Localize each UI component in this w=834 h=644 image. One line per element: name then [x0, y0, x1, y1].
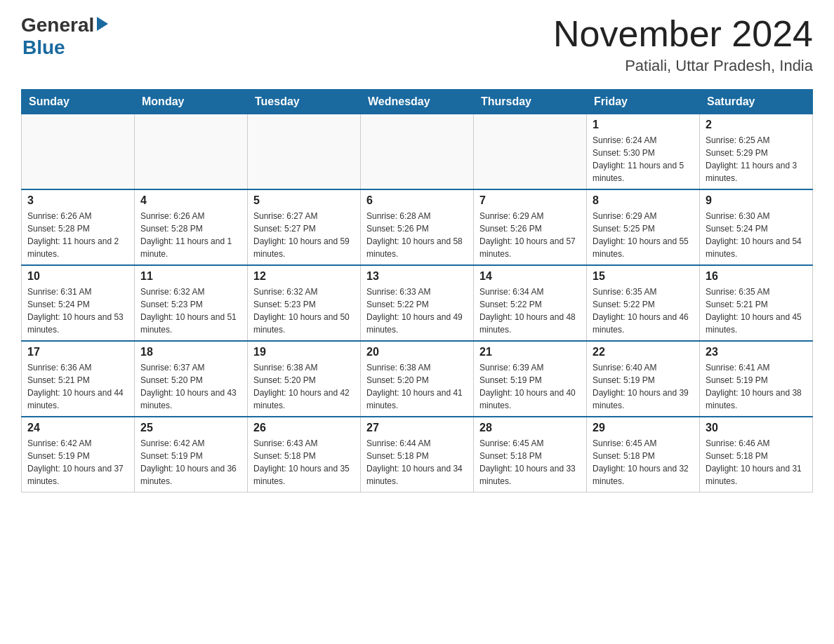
day-number: 23 — [706, 346, 807, 358]
day-info: Sunrise: 6:38 AMSunset: 5:20 PMDaylight:… — [253, 361, 355, 412]
calendar-day-cell — [248, 114, 361, 190]
day-number: 7 — [479, 194, 581, 207]
day-number: 17 — [27, 346, 128, 358]
day-info: Sunrise: 6:25 AMSunset: 5:29 PMDaylight:… — [706, 134, 807, 185]
day-number: 6 — [366, 194, 468, 207]
calendar-week-row: 3Sunrise: 6:26 AMSunset: 5:28 PMDaylight… — [22, 189, 813, 265]
day-number: 21 — [479, 346, 581, 358]
calendar-day-cell: 3Sunrise: 6:26 AMSunset: 5:28 PMDaylight… — [22, 189, 135, 265]
day-number: 13 — [366, 270, 468, 283]
calendar-day-cell: 12Sunrise: 6:32 AMSunset: 5:23 PMDayligh… — [248, 265, 361, 341]
day-info: Sunrise: 6:24 AMSunset: 5:30 PMDaylight:… — [593, 134, 694, 185]
day-info: Sunrise: 6:44 AMSunset: 5:18 PMDaylight:… — [366, 437, 468, 488]
day-number: 1 — [593, 119, 694, 131]
calendar-day-cell: 21Sunrise: 6:39 AMSunset: 5:19 PMDayligh… — [474, 341, 587, 417]
day-info: Sunrise: 6:26 AMSunset: 5:28 PMDaylight:… — [27, 210, 128, 260]
calendar-day-cell: 27Sunrise: 6:44 AMSunset: 5:18 PMDayligh… — [361, 417, 474, 492]
calendar-day-header: Tuesday — [248, 90, 361, 114]
calendar-day-cell: 26Sunrise: 6:43 AMSunset: 5:18 PMDayligh… — [248, 417, 361, 492]
location-subtitle: Patiali, Uttar Pradesh, India — [553, 57, 813, 75]
month-title: November 2024 — [553, 14, 813, 54]
calendar-day-cell: 17Sunrise: 6:36 AMSunset: 5:21 PMDayligh… — [22, 341, 135, 417]
logo-general-text: General — [21, 14, 94, 36]
calendar-week-row: 17Sunrise: 6:36 AMSunset: 5:21 PMDayligh… — [22, 341, 813, 417]
calendar-day-cell: 15Sunrise: 6:35 AMSunset: 5:22 PMDayligh… — [587, 265, 700, 341]
day-info: Sunrise: 6:45 AMSunset: 5:18 PMDaylight:… — [593, 437, 694, 488]
calendar-day-cell: 28Sunrise: 6:45 AMSunset: 5:18 PMDayligh… — [474, 417, 587, 492]
calendar-day-cell: 30Sunrise: 6:46 AMSunset: 5:18 PMDayligh… — [700, 417, 813, 492]
day-number: 24 — [27, 422, 128, 434]
day-info: Sunrise: 6:29 AMSunset: 5:26 PMDaylight:… — [479, 210, 581, 260]
day-info: Sunrise: 6:42 AMSunset: 5:19 PMDaylight:… — [27, 437, 128, 488]
day-number: 12 — [253, 270, 355, 283]
day-info: Sunrise: 6:31 AMSunset: 5:24 PMDaylight:… — [27, 286, 128, 336]
day-number: 28 — [479, 422, 581, 434]
calendar-day-cell: 5Sunrise: 6:27 AMSunset: 5:27 PMDaylight… — [248, 189, 361, 265]
calendar-day-cell: 14Sunrise: 6:34 AMSunset: 5:22 PMDayligh… — [474, 265, 587, 341]
calendar-day-cell: 22Sunrise: 6:40 AMSunset: 5:19 PMDayligh… — [587, 341, 700, 417]
day-info: Sunrise: 6:39 AMSunset: 5:19 PMDaylight:… — [479, 361, 581, 412]
logo: General Blue — [21, 14, 108, 59]
day-number: 18 — [140, 346, 241, 358]
day-number: 15 — [593, 270, 694, 283]
day-number: 16 — [706, 270, 807, 283]
day-number: 3 — [27, 194, 128, 207]
day-info: Sunrise: 6:32 AMSunset: 5:23 PMDaylight:… — [140, 286, 241, 336]
page-header: General Blue November 2024 Patiali, Utta… — [21, 14, 813, 75]
day-info: Sunrise: 6:36 AMSunset: 5:21 PMDaylight:… — [27, 361, 128, 412]
day-number: 26 — [253, 422, 355, 434]
day-number: 30 — [706, 422, 807, 434]
calendar-day-header: Saturday — [700, 90, 813, 114]
day-info: Sunrise: 6:29 AMSunset: 5:25 PMDaylight:… — [593, 210, 694, 260]
calendar-day-cell: 25Sunrise: 6:42 AMSunset: 5:19 PMDayligh… — [135, 417, 248, 492]
day-number: 29 — [593, 422, 694, 434]
calendar-day-cell: 8Sunrise: 6:29 AMSunset: 5:25 PMDaylight… — [587, 189, 700, 265]
calendar-day-cell: 7Sunrise: 6:29 AMSunset: 5:26 PMDaylight… — [474, 189, 587, 265]
day-number: 27 — [366, 422, 468, 434]
calendar-header-row: SundayMondayTuesdayWednesdayThursdayFrid… — [22, 90, 813, 114]
calendar-day-cell: 24Sunrise: 6:42 AMSunset: 5:19 PMDayligh… — [22, 417, 135, 492]
calendar-day-cell: 6Sunrise: 6:28 AMSunset: 5:26 PMDaylight… — [361, 189, 474, 265]
day-number: 9 — [706, 194, 807, 207]
calendar-day-cell: 1Sunrise: 6:24 AMSunset: 5:30 PMDaylight… — [587, 114, 700, 190]
calendar-day-cell: 10Sunrise: 6:31 AMSunset: 5:24 PMDayligh… — [22, 265, 135, 341]
day-info: Sunrise: 6:35 AMSunset: 5:22 PMDaylight:… — [593, 286, 694, 336]
day-info: Sunrise: 6:41 AMSunset: 5:19 PMDaylight:… — [706, 361, 807, 412]
day-info: Sunrise: 6:40 AMSunset: 5:19 PMDaylight:… — [593, 361, 694, 412]
title-area: November 2024 Patiali, Uttar Pradesh, In… — [553, 14, 813, 75]
day-number: 14 — [479, 270, 581, 283]
day-number: 22 — [593, 346, 694, 358]
day-info: Sunrise: 6:28 AMSunset: 5:26 PMDaylight:… — [366, 210, 468, 260]
day-info: Sunrise: 6:26 AMSunset: 5:28 PMDaylight:… — [140, 210, 241, 260]
calendar-day-cell: 9Sunrise: 6:30 AMSunset: 5:24 PMDaylight… — [700, 189, 813, 265]
day-number: 4 — [140, 194, 241, 207]
calendar-week-row: 1Sunrise: 6:24 AMSunset: 5:30 PMDaylight… — [22, 114, 813, 190]
calendar-day-cell: 23Sunrise: 6:41 AMSunset: 5:19 PMDayligh… — [700, 341, 813, 417]
day-info: Sunrise: 6:43 AMSunset: 5:18 PMDaylight:… — [253, 437, 355, 488]
calendar-day-cell: 16Sunrise: 6:35 AMSunset: 5:21 PMDayligh… — [700, 265, 813, 341]
day-info: Sunrise: 6:46 AMSunset: 5:18 PMDaylight:… — [706, 437, 807, 488]
calendar-day-header: Friday — [587, 90, 700, 114]
day-info: Sunrise: 6:35 AMSunset: 5:21 PMDaylight:… — [706, 286, 807, 336]
calendar-table: SundayMondayTuesdayWednesdayThursdayFrid… — [21, 89, 813, 492]
calendar-day-cell — [361, 114, 474, 190]
calendar-day-header: Thursday — [474, 90, 587, 114]
day-number: 10 — [27, 270, 128, 283]
day-number: 25 — [140, 422, 241, 434]
day-number: 5 — [253, 194, 355, 207]
calendar-day-cell: 19Sunrise: 6:38 AMSunset: 5:20 PMDayligh… — [248, 341, 361, 417]
calendar-day-header: Monday — [135, 90, 248, 114]
calendar-day-cell — [474, 114, 587, 190]
calendar-day-cell: 13Sunrise: 6:33 AMSunset: 5:22 PMDayligh… — [361, 265, 474, 341]
day-info: Sunrise: 6:42 AMSunset: 5:19 PMDaylight:… — [140, 437, 241, 488]
day-number: 20 — [366, 346, 468, 358]
day-number: 2 — [706, 119, 807, 131]
calendar-day-cell: 2Sunrise: 6:25 AMSunset: 5:29 PMDaylight… — [700, 114, 813, 190]
calendar-day-cell: 29Sunrise: 6:45 AMSunset: 5:18 PMDayligh… — [587, 417, 700, 492]
logo-arrow-icon — [97, 17, 108, 31]
day-info: Sunrise: 6:34 AMSunset: 5:22 PMDaylight:… — [479, 286, 581, 336]
calendar-day-header: Wednesday — [361, 90, 474, 114]
calendar-day-cell — [22, 114, 135, 190]
calendar-day-cell: 11Sunrise: 6:32 AMSunset: 5:23 PMDayligh… — [135, 265, 248, 341]
day-info: Sunrise: 6:45 AMSunset: 5:18 PMDaylight:… — [479, 437, 581, 488]
